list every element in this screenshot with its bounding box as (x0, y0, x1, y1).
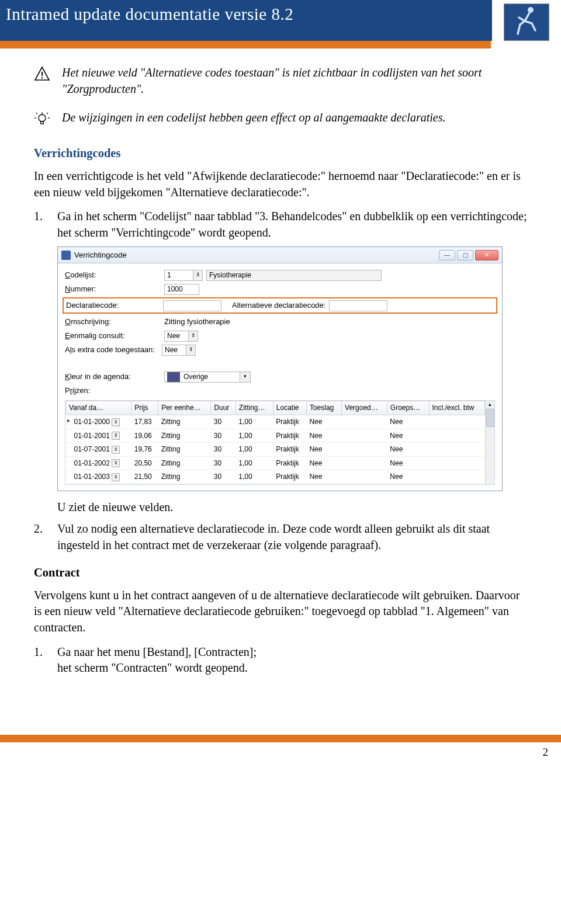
table-cell: Praktijk (273, 429, 306, 443)
table-cell (342, 429, 387, 443)
footer-divider (0, 735, 561, 742)
table-cell (429, 470, 485, 484)
table-prijzen: Vanaf da… Prijs Per eenhe… Duur Zitting…… (65, 401, 485, 484)
table-cell: 01-01-2001 ⇕ (66, 429, 131, 443)
lightbulb-icon (34, 110, 54, 132)
table-cell: Praktijk (273, 443, 306, 457)
label-nummer: Nummer: (65, 284, 164, 294)
svg-line-9 (47, 113, 48, 114)
value-omschrijving: Zitting fysiotherapie (164, 317, 230, 327)
dialog-titlebar: Verrichtingcode — ▢ ✕ (58, 247, 502, 263)
label-omschrijving: Omschrijving: (65, 317, 164, 327)
table-cell: 1,00 (236, 470, 273, 484)
col-locatie[interactable]: Locatie (273, 401, 306, 415)
table-cell: 30 (211, 429, 236, 443)
label-prijzen: Prijzen: (65, 385, 164, 396)
table-cell: 19,76 (131, 443, 158, 457)
table-row[interactable]: 01-01-2003 ⇕21,50Zitting301,00PraktijkNe… (66, 470, 485, 484)
app-icon (61, 251, 71, 260)
table-cell (429, 415, 485, 429)
dialog-verrichtingcode: Verrichtingcode — ▢ ✕ Codelijst: ⇕ Numme… (57, 246, 503, 491)
intro-contract: Vervolgens kunt u in het contract aangev… (34, 588, 527, 636)
label-codelijst: Codelijst: (65, 270, 164, 280)
table-cell: Zitting (158, 443, 211, 457)
spin-button[interactable]: ⇕ (193, 270, 203, 281)
dropdown-button[interactable]: ▾ (240, 371, 251, 383)
table-cell: Nee (306, 443, 341, 457)
svg-point-0 (528, 7, 534, 13)
table-row[interactable]: 01-01-2001 ⇕19,06Zitting301,00PraktijkNe… (66, 429, 485, 443)
table-cell: 1,00 (236, 429, 273, 443)
svg-rect-1 (41, 72, 43, 76)
brand-logo (504, 4, 549, 41)
spin-button[interactable]: ⇕ (189, 331, 198, 342)
table-cell (342, 415, 387, 429)
table-cell: Zitting (158, 456, 211, 470)
label-alt-declaratiecode: Alternatieve declaratiecode: (232, 300, 325, 311)
input-alt-declaratiecode[interactable] (329, 300, 387, 311)
input-eenmalig[interactable] (164, 331, 189, 342)
col-toeslag[interactable]: Toeslag (306, 401, 341, 415)
table-cell: Nee (306, 429, 341, 443)
spin-button[interactable]: ⇕ (186, 345, 196, 356)
col-vergoed[interactable]: Vergoed… (342, 401, 387, 415)
table-cell: 1,00 (236, 456, 273, 470)
steps-contract: 1. Ga naar het menu [Bestand], [Contract… (34, 644, 527, 676)
intro-verrichtingcodes: In een verrichtigcode is het veld "Afwij… (34, 168, 527, 200)
warning-note: Het nieuwe veld "Alternatieve codes toes… (34, 65, 527, 97)
table-cell: Nee (306, 415, 341, 429)
step-text: Ga in het scherm "Codelijst" naar tabbla… (57, 209, 527, 241)
page-title: Intramed update documentatie versie 8.2 (0, 0, 492, 41)
tip-note: De wijzigingen in een codelijst hebben g… (34, 110, 527, 132)
label-eenmalig: Eenmalig consult: (65, 331, 164, 341)
maximize-button[interactable]: ▢ (457, 250, 473, 260)
divider-orange (0, 41, 491, 48)
steps-after-image: U ziet de nieuwe velden. 2. Vul zo nodig… (34, 499, 527, 554)
input-declaratiecode[interactable] (163, 300, 221, 311)
input-nummer[interactable] (164, 284, 199, 295)
table-cell: 30 (211, 456, 236, 470)
table-cell (429, 456, 485, 470)
highlighted-fields: Declaratiecode: Alternatieve declaratiec… (63, 297, 497, 314)
table-row[interactable]: 01-01-2002 ⇕20,50Zitting301,00PraktijkNe… (66, 456, 485, 470)
col-per[interactable]: Per eenhe… (158, 401, 211, 415)
col-duur[interactable]: Duur (211, 401, 236, 415)
input-als-extra[interactable] (162, 345, 186, 356)
col-vanaf[interactable]: Vanaf da… (66, 401, 131, 415)
col-prijs[interactable]: Prijs (131, 401, 158, 415)
section-heading-verrichtingcodes: Verrichtingcodes (34, 145, 527, 161)
table-cell: 20,50 (131, 456, 158, 470)
close-button[interactable]: ✕ (475, 250, 498, 260)
col-groeps[interactable]: Groeps… (387, 401, 429, 415)
scrollbar[interactable]: ▴ (485, 401, 494, 484)
warning-icon (34, 65, 54, 97)
page-number: 2 (0, 742, 561, 768)
table-cell: 19,06 (131, 429, 158, 443)
table-cell (429, 429, 485, 443)
table-cell: Zitting (158, 415, 211, 429)
col-btw[interactable]: Incl./excl. btw (429, 401, 485, 415)
table-cell: 01-01-2000 ⇕ (66, 415, 131, 429)
input-codelijst-desc (206, 270, 382, 281)
col-zitting[interactable]: Zitting… (236, 401, 273, 415)
page-content: Het nieuwe veld "Alternatieve codes toes… (0, 48, 561, 688)
table-cell: Nee (387, 470, 429, 484)
svg-line-8 (36, 113, 37, 114)
input-codelijst[interactable] (164, 270, 193, 281)
dialog-title: Verrichtingcode (74, 250, 439, 260)
minimize-button[interactable]: — (439, 250, 455, 260)
warning-text: Het nieuwe veld "Alternatieve codes toes… (62, 65, 527, 97)
color-swatch (167, 372, 180, 382)
table-cell: 1,00 (236, 443, 273, 457)
table-cell: Nee (387, 429, 429, 443)
table-cell (429, 443, 485, 457)
step-number: 1. (34, 209, 57, 241)
label-als-extra: Als extra code toegestaan: (65, 345, 164, 355)
table-cell: Zitting (158, 470, 211, 484)
table-row[interactable]: 01-07-2001 ⇕19,76Zitting301,00PraktijkNe… (66, 443, 485, 457)
table-cell: Zitting (158, 429, 211, 443)
table-cell: 01-01-2003 ⇕ (66, 470, 131, 484)
table-row[interactable]: 01-01-2000 ⇕17,83Zitting301,00PraktijkNe… (66, 415, 485, 429)
table-cell: 1,00 (236, 415, 273, 429)
svg-rect-4 (41, 121, 44, 124)
